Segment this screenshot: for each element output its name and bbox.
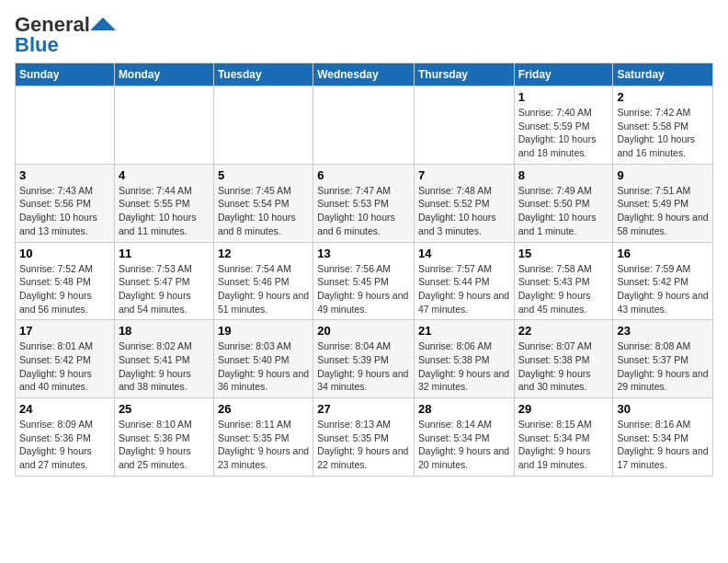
- day-info: Sunrise: 8:16 AM Sunset: 5:34 PM Dayligh…: [617, 418, 709, 472]
- calendar-cell: 5Sunrise: 7:45 AM Sunset: 5:54 PM Daylig…: [213, 164, 313, 242]
- day-info: Sunrise: 7:58 AM Sunset: 5:43 PM Dayligh…: [518, 262, 609, 316]
- calendar-cell: 16Sunrise: 7:59 AM Sunset: 5:42 PM Dayli…: [613, 242, 713, 320]
- day-number: 27: [317, 402, 410, 416]
- day-info: Sunrise: 8:10 AM Sunset: 5:36 PM Dayligh…: [119, 418, 210, 472]
- calendar-cell: 2Sunrise: 7:42 AM Sunset: 5:58 PM Daylig…: [613, 86, 713, 165]
- day-header-tuesday: Tuesday: [213, 63, 313, 86]
- calendar-cell: 27Sunrise: 8:13 AM Sunset: 5:35 PM Dayli…: [313, 398, 415, 477]
- day-info: Sunrise: 7:45 AM Sunset: 5:54 PM Dayligh…: [218, 184, 309, 238]
- day-info: Sunrise: 8:15 AM Sunset: 5:34 PM Dayligh…: [518, 418, 609, 472]
- calendar-cell: 22Sunrise: 8:07 AM Sunset: 5:38 PM Dayli…: [514, 320, 613, 398]
- day-number: 15: [518, 247, 609, 260]
- day-info: Sunrise: 8:03 AM Sunset: 5:40 PM Dayligh…: [218, 339, 309, 394]
- day-header-sunday: Sunday: [16, 63, 115, 86]
- calendar-cell: 11Sunrise: 7:53 AM Sunset: 5:47 PM Dayli…: [114, 242, 213, 320]
- day-info: Sunrise: 8:02 AM Sunset: 5:41 PM Dayligh…: [119, 339, 210, 394]
- logo-blue: Blue: [15, 35, 59, 55]
- calendar-header-row: SundayMondayTuesdayWednesdayThursdayFrid…: [16, 63, 713, 86]
- day-number: 6: [317, 168, 410, 182]
- day-header-friday: Friday: [514, 63, 613, 86]
- day-info: Sunrise: 8:09 AM Sunset: 5:36 PM Dayligh…: [19, 418, 110, 472]
- day-number: 25: [119, 402, 210, 416]
- calendar-cell: 28Sunrise: 8:14 AM Sunset: 5:34 PM Dayli…: [414, 398, 514, 477]
- day-info: Sunrise: 7:49 AM Sunset: 5:50 PM Dayligh…: [518, 184, 609, 238]
- day-info: Sunrise: 7:53 AM Sunset: 5:47 PM Dayligh…: [119, 262, 210, 316]
- calendar-cell: 30Sunrise: 8:16 AM Sunset: 5:34 PM Dayli…: [613, 398, 713, 477]
- calendar-cell: 6Sunrise: 7:47 AM Sunset: 5:53 PM Daylig…: [313, 164, 415, 242]
- logo-icon: [90, 17, 116, 30]
- day-number: 7: [418, 168, 510, 182]
- calendar-cell: 23Sunrise: 8:08 AM Sunset: 5:37 PM Dayli…: [613, 320, 713, 398]
- calendar-cell: [213, 86, 313, 165]
- day-info: Sunrise: 7:59 AM Sunset: 5:42 PM Dayligh…: [617, 262, 709, 316]
- day-header-saturday: Saturday: [613, 63, 713, 86]
- calendar-cell: 26Sunrise: 8:11 AM Sunset: 5:35 PM Dayli…: [213, 398, 313, 477]
- calendar-cell: [414, 86, 514, 165]
- day-number: 1: [518, 90, 609, 104]
- calendar-cell: 18Sunrise: 8:02 AM Sunset: 5:41 PM Dayli…: [114, 320, 213, 398]
- calendar-cell: 13Sunrise: 7:56 AM Sunset: 5:45 PM Dayli…: [313, 242, 415, 320]
- day-info: Sunrise: 7:52 AM Sunset: 5:48 PM Dayligh…: [19, 262, 110, 316]
- calendar-table: SundayMondayTuesdayWednesdayThursdayFrid…: [15, 63, 713, 477]
- day-info: Sunrise: 7:51 AM Sunset: 5:49 PM Dayligh…: [617, 184, 709, 238]
- day-info: Sunrise: 7:54 AM Sunset: 5:46 PM Dayligh…: [218, 262, 309, 316]
- calendar-week-3: 10Sunrise: 7:52 AM Sunset: 5:48 PM Dayli…: [16, 242, 713, 320]
- day-number: 22: [518, 324, 609, 338]
- logo-text: General: [15, 15, 90, 35]
- day-number: 8: [518, 168, 609, 182]
- day-number: 14: [418, 247, 510, 260]
- calendar-cell: 1Sunrise: 7:40 AM Sunset: 5:59 PM Daylig…: [514, 86, 613, 165]
- day-number: 20: [317, 324, 410, 338]
- day-number: 13: [317, 247, 410, 260]
- day-number: 16: [617, 247, 709, 260]
- calendar-cell: 3Sunrise: 7:43 AM Sunset: 5:56 PM Daylig…: [16, 164, 115, 242]
- day-info: Sunrise: 7:47 AM Sunset: 5:53 PM Dayligh…: [317, 184, 410, 238]
- calendar-cell: 17Sunrise: 8:01 AM Sunset: 5:42 PM Dayli…: [16, 320, 115, 398]
- day-info: Sunrise: 8:13 AM Sunset: 5:35 PM Dayligh…: [317, 418, 410, 472]
- calendar-cell: 7Sunrise: 7:48 AM Sunset: 5:52 PM Daylig…: [414, 164, 514, 242]
- svg-marker-0: [90, 17, 116, 30]
- day-number: 24: [19, 402, 110, 416]
- day-info: Sunrise: 8:01 AM Sunset: 5:42 PM Dayligh…: [19, 339, 110, 394]
- day-number: 12: [218, 247, 309, 260]
- day-info: Sunrise: 7:48 AM Sunset: 5:52 PM Dayligh…: [418, 184, 510, 238]
- day-number: 10: [19, 247, 110, 260]
- day-number: 30: [617, 402, 709, 416]
- day-info: Sunrise: 8:04 AM Sunset: 5:39 PM Dayligh…: [317, 339, 410, 394]
- day-header-wednesday: Wednesday: [313, 63, 415, 86]
- day-number: 26: [218, 402, 309, 416]
- calendar-cell: 19Sunrise: 8:03 AM Sunset: 5:40 PM Dayli…: [213, 320, 313, 398]
- calendar-cell: 4Sunrise: 7:44 AM Sunset: 5:55 PM Daylig…: [114, 164, 213, 242]
- day-info: Sunrise: 7:42 AM Sunset: 5:58 PM Dayligh…: [617, 106, 709, 160]
- day-number: 18: [119, 324, 210, 338]
- day-number: 19: [218, 324, 309, 338]
- calendar-cell: 8Sunrise: 7:49 AM Sunset: 5:50 PM Daylig…: [514, 164, 613, 242]
- calendar-week-1: 1Sunrise: 7:40 AM Sunset: 5:59 PM Daylig…: [16, 86, 713, 165]
- calendar-cell: 25Sunrise: 8:10 AM Sunset: 5:36 PM Dayli…: [114, 398, 213, 477]
- day-number: 29: [518, 402, 609, 416]
- calendar-week-5: 24Sunrise: 8:09 AM Sunset: 5:36 PM Dayli…: [16, 398, 713, 477]
- calendar-cell: 14Sunrise: 7:57 AM Sunset: 5:44 PM Dayli…: [414, 242, 514, 320]
- day-info: Sunrise: 8:14 AM Sunset: 5:34 PM Dayligh…: [418, 418, 510, 472]
- day-number: 17: [19, 324, 110, 338]
- day-info: Sunrise: 7:44 AM Sunset: 5:55 PM Dayligh…: [119, 184, 210, 238]
- calendar-cell: [16, 86, 115, 165]
- calendar-cell: 20Sunrise: 8:04 AM Sunset: 5:39 PM Dayli…: [313, 320, 415, 398]
- day-header-monday: Monday: [114, 63, 213, 86]
- calendar-cell: 12Sunrise: 7:54 AM Sunset: 5:46 PM Dayli…: [213, 242, 313, 320]
- day-info: Sunrise: 7:43 AM Sunset: 5:56 PM Dayligh…: [19, 184, 110, 238]
- calendar-cell: [114, 86, 213, 165]
- calendar-cell: 15Sunrise: 7:58 AM Sunset: 5:43 PM Dayli…: [514, 242, 613, 320]
- day-info: Sunrise: 7:40 AM Sunset: 5:59 PM Dayligh…: [518, 106, 609, 160]
- calendar-cell: 9Sunrise: 7:51 AM Sunset: 5:49 PM Daylig…: [613, 164, 713, 242]
- day-number: 9: [617, 168, 709, 182]
- calendar-cell: 21Sunrise: 8:06 AM Sunset: 5:38 PM Dayli…: [414, 320, 514, 398]
- day-info: Sunrise: 7:56 AM Sunset: 5:45 PM Dayligh…: [317, 262, 410, 316]
- day-number: 3: [19, 168, 110, 182]
- page-header: General Blue: [15, 15, 713, 55]
- day-info: Sunrise: 8:06 AM Sunset: 5:38 PM Dayligh…: [418, 339, 510, 394]
- day-info: Sunrise: 8:07 AM Sunset: 5:38 PM Dayligh…: [518, 339, 609, 394]
- calendar-week-2: 3Sunrise: 7:43 AM Sunset: 5:56 PM Daylig…: [16, 164, 713, 242]
- day-number: 28: [418, 402, 510, 416]
- calendar-week-4: 17Sunrise: 8:01 AM Sunset: 5:42 PM Dayli…: [16, 320, 713, 398]
